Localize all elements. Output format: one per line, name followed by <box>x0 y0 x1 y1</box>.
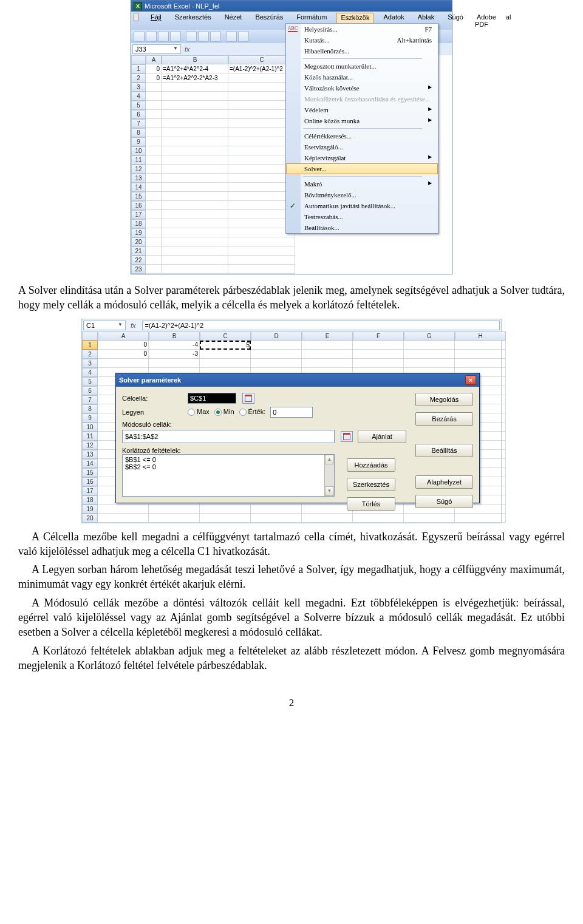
fx-icon[interactable]: fx <box>185 46 190 53</box>
name-box[interactable]: C1 ▼ <box>83 321 126 330</box>
select-all-corner[interactable] <box>82 331 98 341</box>
torles-button[interactable]: Törlés <box>347 497 395 511</box>
menu-item-research[interactable]: Kutatás...Alt+kattintás <box>286 35 438 46</box>
row-header[interactable]: 5 <box>82 377 98 386</box>
row-header[interactable]: 7 <box>82 395 98 404</box>
col-header[interactable]: G <box>404 331 455 341</box>
changing-cells-input[interactable]: $A$1:$A$2 <box>122 430 335 443</box>
cell[interactable]: -4 <box>149 341 200 350</box>
menu-sugo[interactable]: Súgó <box>444 13 467 29</box>
szerkesztes-button[interactable]: Szerkesztés <box>347 478 395 491</box>
menu-item-formula-auditing[interactable]: Képletvizsgálat▶ <box>286 152 438 163</box>
ref-picker-button[interactable] <box>341 431 353 442</box>
row-header[interactable]: 3 <box>131 83 146 92</box>
row-header[interactable]: 10 <box>82 423 98 432</box>
row-header[interactable]: 16 <box>82 477 98 486</box>
row-header[interactable]: 15 <box>131 192 146 201</box>
menu-item-protection[interactable]: Védelem▶ <box>286 104 438 115</box>
menu-item-autocorrect[interactable]: ✓ Automatikus javítási beállítások... <box>286 200 438 211</box>
row-header[interactable]: 6 <box>82 386 98 395</box>
row-header[interactable]: 20 <box>131 237 146 246</box>
row-header[interactable]: 12 <box>131 165 146 174</box>
row-header[interactable]: 19 <box>82 504 98 514</box>
menu-item-share-workbook[interactable]: Közös használat... <box>286 72 438 83</box>
row-header[interactable]: 1 <box>82 341 98 350</box>
select-all-corner[interactable] <box>131 55 146 64</box>
alaphelyzet-button[interactable]: Alaphelyzet <box>415 475 473 489</box>
menu-item-addins[interactable]: Bővítménykezelő... <box>286 189 438 200</box>
close-button[interactable]: × <box>465 375 476 385</box>
cell-selected[interactable]: 5 <box>200 341 251 350</box>
row-header[interactable]: 2 <box>131 73 146 83</box>
menu-nezet[interactable]: Nézet <box>221 13 246 29</box>
scrollbar[interactable]: ▲ ▼ <box>324 455 334 496</box>
row-header[interactable]: 18 <box>82 495 98 504</box>
col-header[interactable]: A <box>146 55 162 64</box>
row-header[interactable]: 12 <box>82 441 98 450</box>
row-header[interactable]: 7 <box>131 119 146 128</box>
fx-icon[interactable]: fx <box>131 322 136 329</box>
radio-min[interactable] <box>214 409 222 416</box>
toolbar-cut-icon[interactable] <box>186 31 197 42</box>
cell[interactable]: 0 <box>146 73 162 83</box>
hozzaadas-button[interactable]: Hozzáadás <box>347 458 395 472</box>
col-header[interactable]: H <box>455 331 506 341</box>
row-header[interactable]: 16 <box>131 201 146 210</box>
cell[interactable]: 0 <box>146 64 162 73</box>
col-header[interactable]: C <box>200 331 251 341</box>
row-header[interactable]: 4 <box>131 92 146 101</box>
menu-beszuras[interactable]: Beszúrás <box>251 13 287 29</box>
row-header[interactable]: 21 <box>131 246 146 256</box>
ajanlat-button[interactable]: Ajánlat <box>358 430 406 443</box>
target-cell-input[interactable]: $C$1 <box>188 393 236 404</box>
row-header[interactable]: 19 <box>131 228 146 237</box>
menu-item-options[interactable]: Beállítások... <box>286 222 438 233</box>
row-header[interactable]: 8 <box>131 128 146 137</box>
menu-item-goalseek[interactable]: Célértékkeresés... <box>286 131 438 141</box>
menu-item-online-collab[interactable]: Online közös munka▶ <box>286 115 438 126</box>
col-header[interactable]: D <box>251 331 302 341</box>
row-header[interactable]: 13 <box>82 450 98 459</box>
radio-value[interactable] <box>239 409 247 416</box>
name-box[interactable]: J33 ▼ <box>132 44 181 54</box>
row-header[interactable]: 4 <box>82 368 98 377</box>
menu-fajl[interactable]: Fájl <box>147 13 165 29</box>
cell[interactable]: =A1^2+A2^2-2*A2-3 <box>162 73 228 83</box>
menu-item-errorcheck[interactable]: Hibaellenőrzés... <box>286 46 438 56</box>
row-header[interactable]: 14 <box>131 183 146 192</box>
row-header[interactable]: 11 <box>82 432 98 441</box>
row-header[interactable]: 5 <box>131 101 146 110</box>
row-header[interactable]: 18 <box>131 219 146 228</box>
cell[interactable]: 0 <box>98 341 149 350</box>
constraint-item[interactable]: $B$2 <= 0 <box>125 463 332 470</box>
row-header[interactable]: 23 <box>131 265 146 274</box>
dialog-titlebar[interactable]: Solver paraméterek × <box>116 373 479 387</box>
formula-bar[interactable]: =(A1-2)^2+(A2-1)^2 <box>142 321 500 330</box>
toolbar-print-icon[interactable] <box>170 31 181 42</box>
col-header[interactable]: F <box>353 331 404 341</box>
beallitas-button[interactable]: Beállítás <box>415 444 473 457</box>
toolbar-new-icon[interactable] <box>134 31 145 42</box>
row-header[interactable]: 11 <box>131 155 146 165</box>
megoldas-button[interactable]: Megoldás <box>415 393 473 406</box>
toolbar-undo-icon[interactable] <box>226 31 237 42</box>
radio-max[interactable] <box>188 409 195 416</box>
cell[interactable]: 0 <box>98 350 149 359</box>
cell[interactable]: -3 <box>149 350 200 359</box>
bezaras-button[interactable]: Bezárás <box>415 412 473 426</box>
row-header[interactable]: 14 <box>82 459 98 468</box>
toolbar-save-icon[interactable] <box>158 31 169 42</box>
row-header[interactable]: 3 <box>82 359 98 368</box>
row-header[interactable]: 9 <box>131 137 146 146</box>
value-input[interactable]: 0 <box>270 407 313 418</box>
col-header[interactable]: B <box>149 331 200 341</box>
sugo-button[interactable]: Súgó <box>415 495 473 508</box>
col-header[interactable]: A <box>98 331 149 341</box>
toolbar-copy-icon[interactable] <box>198 31 209 42</box>
row-header[interactable]: 13 <box>131 174 146 183</box>
toolbar-open-icon[interactable] <box>146 31 157 42</box>
row-header[interactable]: 20 <box>82 514 98 523</box>
menu-adobepdf[interactable]: Adobe PDF <box>473 13 498 29</box>
row-header[interactable]: 1 <box>131 64 146 73</box>
cell[interactable] <box>200 350 251 359</box>
